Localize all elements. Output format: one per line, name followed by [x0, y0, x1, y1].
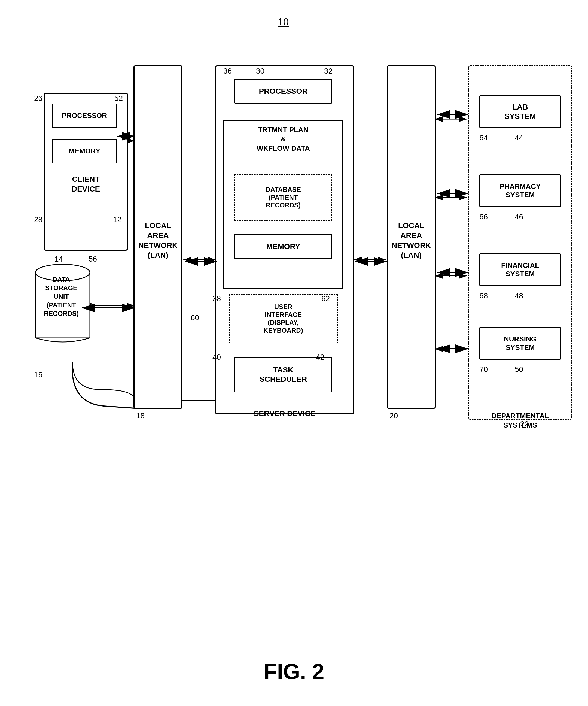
pharmacy-system-box: PHARMACYSYSTEM [479, 174, 561, 207]
ref-48: 48 [515, 291, 523, 300]
trtmnt-plan-label: TRTMNT PLAN&WKFLOW DATA [223, 125, 343, 153]
lab-system-box: LABSYSTEM [479, 95, 561, 128]
ref-62: 62 [321, 294, 330, 303]
ref-12: 12 [113, 215, 122, 224]
diagram-container: 10 PROCESSOR MEMORY CLIENTDEVICE 26 52 2… [16, 16, 572, 679]
fig-label: FIG. 2 [0, 659, 588, 684]
ref-66: 66 [479, 212, 488, 221]
lan-left-label: LOCALAREANETWORK(LAN) [133, 221, 182, 261]
memory-server-box: MEMORY [234, 234, 332, 259]
ref-20: 20 [389, 411, 398, 420]
ref-44: 44 [515, 133, 523, 142]
ref-32: 32 [324, 67, 333, 76]
ref-70: 70 [479, 365, 488, 374]
ref-64: 64 [479, 133, 488, 142]
ref-26: 26 [34, 94, 42, 103]
lan-right-label: LOCALAREANETWORK(LAN) [387, 221, 436, 261]
ref-30: 30 [256, 67, 264, 76]
ref-22: 22 [520, 420, 529, 428]
processor-server-box: PROCESSOR [234, 79, 332, 104]
ref-14: 14 [54, 255, 63, 264]
processor-client-box: PROCESSOR [52, 104, 117, 128]
database-box: DATABASE (PATIENT RECORDS) [234, 174, 332, 221]
ref-40: 40 [212, 353, 221, 362]
ref-28: 28 [34, 215, 42, 224]
client-device-label: CLIENTDEVICE [44, 174, 128, 194]
ref-36: 36 [223, 67, 232, 76]
data-storage-label: DATASTORAGEUNIT(PATIENTRECORDS) [31, 275, 91, 318]
nursing-system-box: NURSINGSYSTEM [479, 327, 561, 360]
ref-68: 68 [479, 291, 488, 300]
server-device-label: SERVER DEVICE [215, 409, 354, 419]
ref-46: 46 [515, 212, 523, 221]
ref-56: 56 [88, 255, 97, 264]
financial-system-box: FINANCIALSYSTEM [479, 253, 561, 286]
ref-38: 38 [212, 294, 221, 303]
memory-client-box: MEMORY [52, 139, 117, 163]
ref-18: 18 [136, 411, 144, 420]
ref-50: 50 [515, 365, 523, 374]
task-scheduler-box: TASKSCHEDULER [234, 357, 332, 392]
ref-60: 60 [191, 313, 199, 322]
ref-16: 16 [34, 370, 42, 379]
diagram-title: 10 [278, 16, 289, 28]
ref-42: 42 [316, 353, 324, 362]
ref-52: 52 [114, 94, 123, 103]
